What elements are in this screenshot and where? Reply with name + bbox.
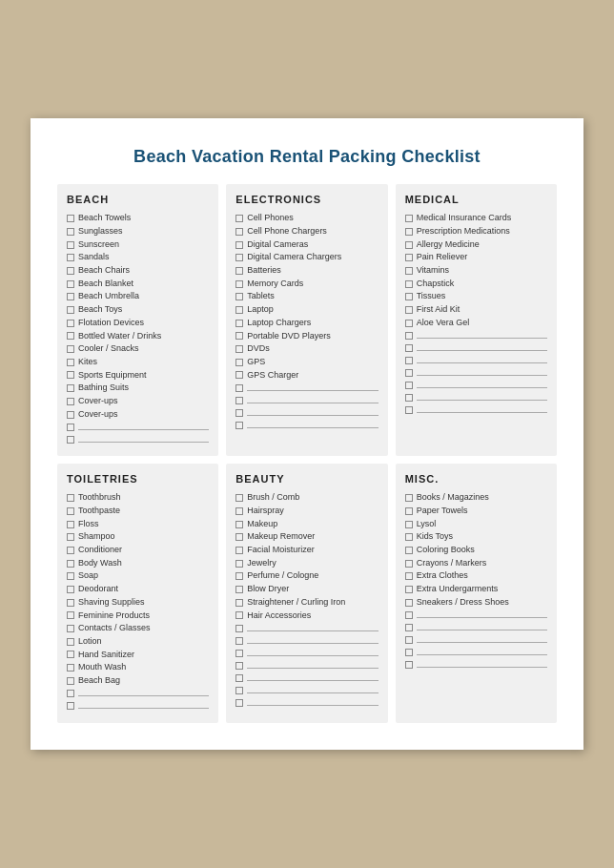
- checkbox-icon[interactable]: [67, 677, 74, 685]
- checkbox-icon[interactable]: [405, 394, 413, 402]
- list-item[interactable]: GPS: [235, 357, 378, 368]
- checkbox-icon[interactable]: [405, 586, 413, 593]
- list-item[interactable]: Chapstick: [405, 279, 547, 290]
- checkbox-icon[interactable]: [235, 699, 243, 707]
- list-item[interactable]: Perfume / Cologne: [235, 570, 378, 582]
- list-item[interactable]: Sports Equipment: [67, 370, 209, 382]
- list-item[interactable]: Tablets: [235, 291, 378, 302]
- checkbox-icon[interactable]: [67, 638, 74, 646]
- checkbox-icon[interactable]: [67, 306, 74, 314]
- list-item[interactable]: Hand Sanitizer: [67, 650, 209, 661]
- checkbox-icon[interactable]: [405, 267, 413, 275]
- list-item[interactable]: GPS Charger: [235, 370, 378, 382]
- checkbox-icon[interactable]: [67, 215, 74, 222]
- list-item[interactable]: Facial Moisturizer: [235, 545, 378, 556]
- checkbox-icon[interactable]: [235, 320, 243, 327]
- list-item[interactable]: Beach Towels: [67, 213, 209, 224]
- list-item[interactable]: Lysol: [405, 519, 547, 530]
- checkbox-icon[interactable]: [405, 507, 413, 515]
- checkbox-icon[interactable]: [235, 422, 243, 429]
- checkbox-icon[interactable]: [235, 599, 243, 607]
- checkbox-icon[interactable]: [67, 560, 74, 568]
- list-item[interactable]: Floss: [67, 519, 209, 530]
- list-item[interactable]: Mouth Wash: [67, 662, 209, 673]
- list-item[interactable]: Tissues: [405, 291, 547, 302]
- checkbox-icon[interactable]: [405, 560, 413, 568]
- list-item[interactable]: Prescription Medications: [405, 226, 547, 238]
- checkbox-icon[interactable]: [405, 636, 413, 644]
- list-item[interactable]: Conditioner: [67, 545, 209, 556]
- checkbox-icon[interactable]: [235, 306, 243, 314]
- list-item[interactable]: Sunscreen: [67, 239, 209, 251]
- checkbox-icon[interactable]: [235, 637, 243, 645]
- list-item[interactable]: Medical Insurance Cards: [405, 213, 547, 224]
- checkbox-icon[interactable]: [67, 547, 74, 554]
- list-item[interactable]: Kites: [67, 357, 209, 368]
- checkbox-icon[interactable]: [235, 359, 243, 366]
- checkbox-icon[interactable]: [235, 241, 243, 249]
- checkbox-icon[interactable]: [235, 521, 243, 528]
- list-item[interactable]: Straightener / Curling Iron: [235, 597, 378, 609]
- list-item[interactable]: Sneakers / Dress Shoes: [405, 597, 547, 609]
- checkbox-icon[interactable]: [67, 293, 74, 300]
- list-item[interactable]: Toothpaste: [67, 506, 209, 517]
- checkbox-icon[interactable]: [405, 332, 413, 340]
- checkbox-icon[interactable]: [405, 494, 413, 502]
- checkbox-icon[interactable]: [235, 345, 243, 353]
- checkbox-icon[interactable]: [235, 494, 243, 502]
- checkbox-icon[interactable]: [67, 424, 74, 431]
- list-item[interactable]: Laptop Chargers: [235, 318, 378, 329]
- checkbox-icon[interactable]: [405, 293, 413, 300]
- list-item[interactable]: Beach Bag: [67, 675, 209, 687]
- checkbox-icon[interactable]: [235, 397, 243, 404]
- checkbox-icon[interactable]: [235, 547, 243, 554]
- checkbox-icon[interactable]: [405, 382, 413, 389]
- list-item[interactable]: Coloring Books: [405, 545, 547, 556]
- checkbox-icon[interactable]: [405, 661, 413, 669]
- checkbox-icon[interactable]: [67, 384, 74, 392]
- list-item[interactable]: Jewelry: [235, 558, 378, 569]
- checkbox-icon[interactable]: [405, 254, 413, 261]
- checkbox-icon[interactable]: [235, 572, 243, 580]
- checkbox-icon[interactable]: [235, 280, 243, 288]
- list-item[interactable]: Extra Clothes: [405, 570, 547, 582]
- checkbox-icon[interactable]: [235, 215, 243, 222]
- list-item[interactable]: Blow Dryer: [235, 584, 378, 595]
- checkbox-icon[interactable]: [235, 384, 243, 392]
- checkbox-icon[interactable]: [67, 611, 74, 619]
- checkbox-icon[interactable]: [67, 572, 74, 580]
- list-item[interactable]: Cooler / Snacks: [67, 343, 209, 355]
- list-item[interactable]: Kids Toys: [405, 531, 547, 543]
- checkbox-icon[interactable]: [67, 599, 74, 607]
- list-item[interactable]: Lotion: [67, 636, 209, 648]
- list-item[interactable]: Memory Cards: [235, 279, 378, 290]
- checkbox-icon[interactable]: [67, 280, 74, 288]
- list-item[interactable]: Batteries: [235, 265, 378, 277]
- list-item[interactable]: Makeup: [235, 519, 378, 530]
- checkbox-icon[interactable]: [67, 436, 74, 444]
- checkbox-icon[interactable]: [235, 507, 243, 515]
- list-item[interactable]: Cell Phones: [235, 213, 378, 224]
- list-item[interactable]: Portable DVD Players: [235, 331, 378, 342]
- checkbox-icon[interactable]: [405, 624, 413, 631]
- checkbox-icon[interactable]: [235, 650, 243, 657]
- checkbox-icon[interactable]: [67, 690, 74, 697]
- checkbox-icon[interactable]: [67, 254, 74, 261]
- list-item[interactable]: Flotation Devices: [67, 318, 209, 329]
- checkbox-icon[interactable]: [235, 674, 243, 682]
- list-item[interactable]: Brush / Comb: [235, 492, 378, 504]
- list-item[interactable]: Hairspray: [235, 506, 378, 517]
- checkbox-icon[interactable]: [405, 241, 413, 249]
- list-item[interactable]: Beach Blanket: [67, 279, 209, 290]
- list-item[interactable]: DVDs: [235, 343, 378, 355]
- list-item[interactable]: Contacts / Glasses: [67, 623, 209, 634]
- checkbox-icon[interactable]: [405, 215, 413, 222]
- list-item[interactable]: Beach Chairs: [67, 265, 209, 277]
- list-item[interactable]: Cover-ups: [67, 409, 209, 421]
- list-item[interactable]: Sandals: [67, 252, 209, 263]
- checkbox-icon[interactable]: [235, 586, 243, 593]
- list-item[interactable]: Paper Towels: [405, 506, 547, 517]
- list-item[interactable]: Cell Phone Chargers: [235, 226, 378, 238]
- list-item[interactable]: Feminine Products: [67, 610, 209, 622]
- list-item[interactable]: Cover-ups: [67, 396, 209, 407]
